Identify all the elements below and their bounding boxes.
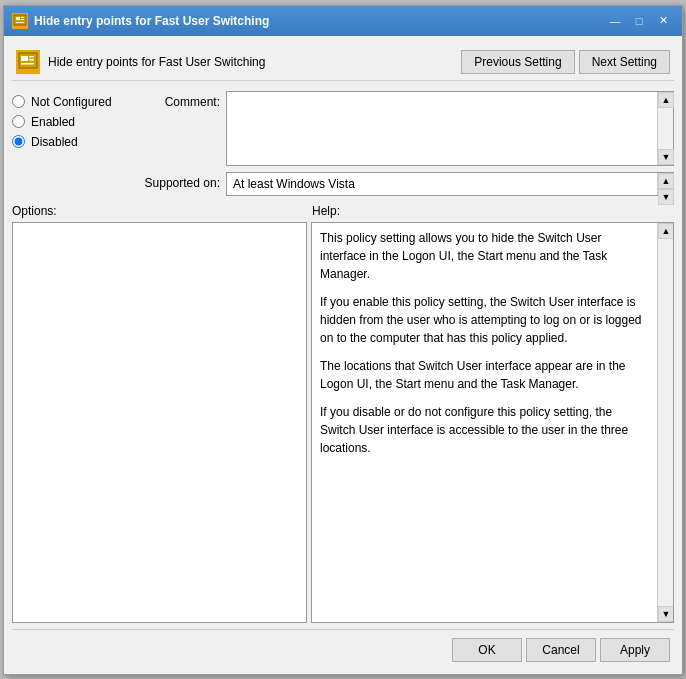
- right-section: Comment: ▲ ▼ Supported on:: [140, 91, 674, 196]
- help-content: This policy setting allows you to hide t…: [312, 223, 657, 622]
- window-content: Hide entry points for Fast User Switchin…: [4, 36, 682, 674]
- main-area: Not Configured Enabled Disabled C: [12, 87, 674, 623]
- svg-rect-2: [21, 17, 24, 18]
- comment-container: ▲ ▼: [226, 91, 674, 166]
- main-window: Hide entry points for Fast User Switchin…: [3, 5, 683, 675]
- maximize-button[interactable]: □: [628, 11, 650, 31]
- help-panel: This policy setting allows you to hide t…: [311, 222, 674, 623]
- header-row: Hide entry points for Fast User Switchin…: [12, 44, 674, 81]
- comment-scrollbar: ▲ ▼: [657, 92, 673, 165]
- comment-scroll-down[interactable]: ▼: [658, 149, 674, 165]
- help-paragraph-3: The locations that Switch User interface…: [320, 357, 649, 393]
- top-section: Not Configured Enabled Disabled C: [12, 87, 674, 200]
- ok-button[interactable]: OK: [452, 638, 522, 662]
- supported-scroll-up[interactable]: ▲: [658, 173, 674, 189]
- header-title: Hide entry points for Fast User Switchin…: [48, 55, 265, 69]
- options-section-header: Options:: [12, 204, 312, 218]
- help-scroll-track: [658, 239, 673, 606]
- window-title: Hide entry points for Fast User Switchin…: [34, 14, 269, 28]
- not-configured-option[interactable]: Not Configured: [12, 95, 132, 109]
- window-icon: [12, 13, 28, 29]
- title-bar-left: Hide entry points for Fast User Switchin…: [12, 13, 269, 29]
- comment-scroll-up[interactable]: ▲: [658, 92, 674, 108]
- svg-rect-4: [16, 22, 24, 23]
- header-left: Hide entry points for Fast User Switchin…: [16, 50, 265, 74]
- disabled-label: Disabled: [31, 135, 78, 149]
- help-paragraph-4: If you disable or do not configure this …: [320, 403, 649, 457]
- supported-scroll-down[interactable]: ▼: [658, 189, 674, 205]
- minimize-button[interactable]: —: [604, 11, 626, 31]
- comment-row: Comment: ▲ ▼: [140, 91, 674, 166]
- supported-value: At least Windows Vista: [227, 173, 673, 195]
- supported-box: At least Windows Vista ▲ ▼: [226, 172, 674, 196]
- close-button[interactable]: ✕: [652, 11, 674, 31]
- title-bar: Hide entry points for Fast User Switchin…: [4, 6, 682, 36]
- header-buttons: Previous Setting Next Setting: [461, 50, 670, 74]
- help-section-header: Help:: [312, 204, 674, 218]
- previous-setting-button[interactable]: Previous Setting: [461, 50, 574, 74]
- svg-rect-3: [21, 19, 24, 20]
- options-panel: [12, 222, 307, 623]
- next-setting-button[interactable]: Next Setting: [579, 50, 670, 74]
- comment-input[interactable]: [227, 92, 673, 162]
- help-scrollbar: ▲ ▼: [657, 223, 673, 622]
- help-scroll-up[interactable]: ▲: [658, 223, 674, 239]
- enabled-option[interactable]: Enabled: [12, 115, 132, 129]
- svg-rect-9: [21, 63, 34, 65]
- comment-scroll-track: [658, 108, 673, 149]
- help-paragraph-2: If you enable this policy setting, the S…: [320, 293, 649, 347]
- not-configured-label: Not Configured: [31, 95, 112, 109]
- disabled-option[interactable]: Disabled: [12, 135, 132, 149]
- help-scroll-down[interactable]: ▼: [658, 606, 674, 622]
- comment-label: Comment:: [140, 91, 220, 109]
- section-headers: Options: Help:: [12, 200, 674, 222]
- svg-rect-6: [21, 56, 28, 61]
- radio-group: Not Configured Enabled Disabled: [12, 91, 132, 196]
- supported-scrollbar: ▲ ▼: [657, 173, 673, 195]
- title-controls: — □ ✕: [604, 11, 674, 31]
- not-configured-radio[interactable]: [12, 95, 25, 108]
- svg-rect-7: [29, 56, 34, 58]
- supported-label: Supported on:: [140, 172, 220, 190]
- bottom-section: Options: Help: This policy setting allow…: [12, 200, 674, 623]
- panels-row: This policy setting allows you to hide t…: [12, 222, 674, 623]
- apply-button[interactable]: Apply: [600, 638, 670, 662]
- cancel-button[interactable]: Cancel: [526, 638, 596, 662]
- enabled-label: Enabled: [31, 115, 75, 129]
- header-icon: [16, 50, 40, 74]
- svg-rect-1: [16, 17, 20, 20]
- help-paragraph-1: This policy setting allows you to hide t…: [320, 229, 649, 283]
- enabled-radio[interactable]: [12, 115, 25, 128]
- disabled-radio[interactable]: [12, 135, 25, 148]
- supported-row: Supported on: At least Windows Vista ▲ ▼: [140, 172, 674, 196]
- footer: OK Cancel Apply: [12, 629, 674, 666]
- svg-rect-8: [29, 59, 34, 61]
